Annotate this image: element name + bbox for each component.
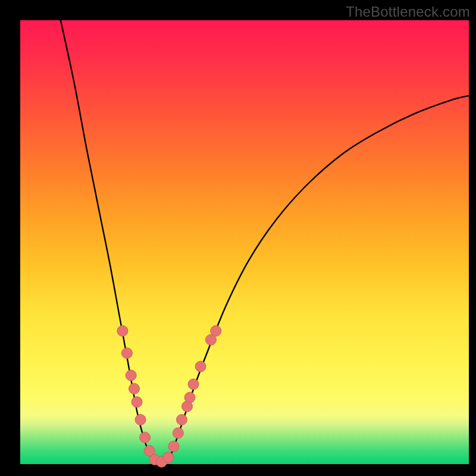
plot-area [20, 20, 469, 464]
curve-dot [126, 370, 136, 381]
curve-dot [195, 361, 206, 372]
curve-dot [129, 383, 140, 394]
curve-dot [140, 432, 151, 443]
curve-dot [176, 414, 187, 425]
curve-dot [163, 452, 174, 463]
curve-dot [168, 441, 179, 452]
curve-dot [173, 428, 183, 439]
curve-dot [211, 325, 221, 336]
curve-dot [131, 397, 142, 408]
curve-dot [121, 348, 132, 359]
curve-dot [135, 414, 146, 425]
curve-dot [117, 325, 128, 336]
curve-dots [117, 325, 221, 467]
curve-dot [184, 392, 195, 403]
watermark-text: TheBottleneck.com [346, 4, 470, 20]
curve-dot [188, 379, 199, 390]
bottleneck-curve [61, 20, 469, 463]
bottleneck-curve-svg [20, 20, 469, 464]
chart-frame: TheBottleneck.com [0, 0, 476, 476]
